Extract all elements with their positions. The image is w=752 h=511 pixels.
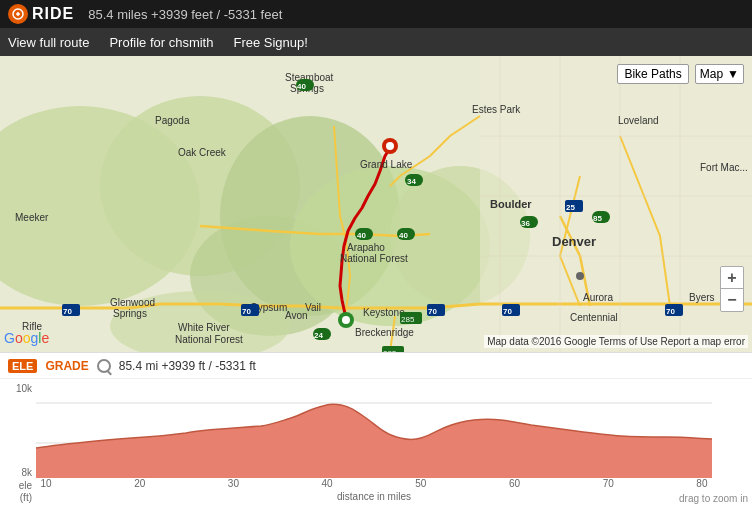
svg-point-22 [342,316,350,324]
app-header: RIDE 85.4 miles +3939 feet / -5331 feet [0,0,752,28]
grade-label: GRADE [45,359,88,373]
elevation-stats: 85.4 mi +3939 ft / -5331 ft [119,359,256,373]
svg-text:Pagoda: Pagoda [155,115,190,126]
svg-point-6 [220,116,400,316]
map-type-chevron: ▼ [727,67,739,81]
svg-text:Arapaho: Arapaho [347,242,385,253]
google-logo: Google [4,330,49,346]
svg-rect-76 [592,211,610,223]
svg-text:Fort Mac...: Fort Mac... [700,162,748,173]
svg-rect-3 [0,56,752,352]
search-icon[interactable] [97,359,111,373]
svg-text:Byers: Byers [689,292,715,303]
y-label-8k: 8k [21,467,32,478]
elevation-panel: ELE GRADE 85.4 mi +3939 ft / -5331 ft 10… [0,352,752,507]
svg-text:34: 34 [407,177,416,186]
bike-paths-button[interactable]: Bike Paths [617,64,688,84]
logo-icon [8,4,28,24]
svg-rect-11 [480,56,752,352]
y-axis: 10k 8k [0,383,36,478]
svg-text:70: 70 [242,307,251,316]
svg-text:24: 24 [314,331,323,340]
svg-text:Estes Park: Estes Park [472,104,521,115]
svg-text:Vail: Vail [305,302,321,313]
svg-text:Oak Creek: Oak Creek [178,147,227,158]
svg-rect-62 [296,79,314,91]
svg-text:Gypsum: Gypsum [250,302,287,313]
svg-text:70: 70 [666,307,675,316]
svg-point-80 [576,272,584,280]
elevation-header: ELE GRADE 85.4 mi +3939 ft / -5331 ft [0,353,752,379]
x-label-40: 40 [317,478,337,489]
svg-text:Aurora: Aurora [583,292,613,303]
svg-rect-52 [241,304,259,316]
svg-rect-58 [665,304,683,316]
x-label-70: 70 [598,478,618,489]
svg-text:70: 70 [63,307,72,316]
x-axis: 10 20 30 40 50 60 70 80 distance in mile… [36,478,712,508]
y-label-10k: 10k [16,383,32,394]
x-ticks: 10 20 30 40 50 60 70 80 [36,478,712,489]
x-label-20: 20 [130,478,150,489]
route-stats: 85.4 miles +3939 feet / -5331 feet [88,7,282,22]
svg-text:Centennial: Centennial [570,312,618,323]
svg-point-10 [110,291,290,352]
signup-link[interactable]: Free Signup! [233,35,307,50]
svg-text:85: 85 [593,214,602,223]
svg-text:40: 40 [399,231,408,240]
svg-text:70: 70 [503,307,512,316]
map-container[interactable]: Steamboat Springs Pagoda Oak Creek Meeke… [0,56,752,352]
svg-text:Meeker: Meeker [15,212,49,223]
svg-text:Avon: Avon [285,310,308,321]
logo-text: RIDE [32,5,74,23]
svg-rect-60 [355,228,373,240]
x-label-10: 10 [36,478,56,489]
svg-point-5 [100,96,300,276]
app-logo: RIDE [8,4,74,24]
svg-point-8 [290,166,490,326]
svg-rect-54 [427,304,445,316]
svg-text:36: 36 [521,219,530,228]
svg-text:40: 40 [297,82,306,91]
svg-text:40: 40 [357,231,366,240]
svg-text:National Forest: National Forest [340,253,408,264]
zoom-in-button[interactable]: + [721,267,743,289]
ele-label: ELE [8,359,37,373]
zoom-out-button[interactable]: − [721,289,743,311]
ele-ft-label: ele(ft) [0,480,36,504]
zoom-controls: + − [720,266,744,312]
svg-point-4 [0,106,200,306]
map-attribution: Map data ©2016 Google Terms of Use Repor… [484,335,748,348]
map-type-label: Map [700,67,723,81]
x-axis-title: distance in miles [36,491,712,502]
svg-rect-72 [400,312,422,324]
x-label-30: 30 [223,478,243,489]
svg-text:25: 25 [566,203,575,212]
svg-text:Keystone: Keystone [363,307,405,318]
x-label-50: 50 [411,478,431,489]
svg-point-9 [390,166,530,306]
svg-text:285: 285 [401,315,415,324]
x-label-60: 60 [505,478,525,489]
svg-rect-74 [565,200,583,212]
svg-point-7 [190,216,350,336]
drag-zoom-label: drag to zoom in [679,493,748,504]
svg-rect-68 [520,216,538,228]
svg-text:Denver: Denver [552,234,596,249]
elevation-chart[interactable]: 10k 8k 10 20 30 40 50 60 70 [0,379,752,508]
svg-text:White River: White River [178,322,230,333]
svg-text:Springs: Springs [113,308,147,319]
navigation-bar: View full route Profile for chsmith Free… [0,28,752,56]
svg-text:Breckenridge: Breckenridge [355,327,414,338]
svg-rect-56 [502,304,520,316]
svg-point-20 [386,142,394,150]
svg-text:Glenwood: Glenwood [110,297,155,308]
map-type-selector[interactable]: Map ▼ [695,64,744,84]
profile-link[interactable]: Profile for chsmith [109,35,213,50]
x-label-80: 80 [692,478,712,489]
view-full-route-link[interactable]: View full route [8,35,89,50]
svg-rect-78 [313,328,331,340]
svg-point-21 [338,312,354,328]
svg-text:National Forest: National Forest [175,334,243,345]
svg-text:70: 70 [428,307,437,316]
